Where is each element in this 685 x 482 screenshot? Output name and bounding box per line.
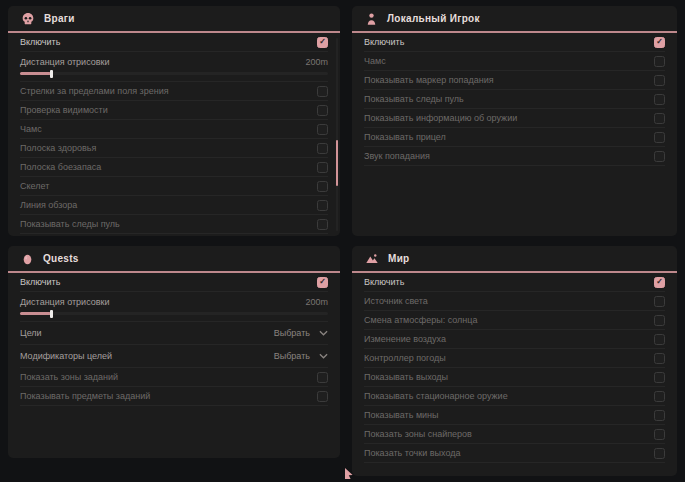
- checkbox[interactable]: ✓: [317, 277, 328, 288]
- scrollbar-track[interactable]: [336, 38, 338, 231]
- row-slider[interactable]: Дистанция отрисовки200m: [20, 292, 328, 322]
- checkbox[interactable]: [317, 372, 328, 383]
- row-label: Показывать предметы заданий: [20, 391, 150, 401]
- row-checkbox[interactable]: Включить✓: [20, 273, 328, 292]
- checkbox[interactable]: [654, 75, 665, 86]
- row-checkbox[interactable]: Чамс: [20, 120, 328, 139]
- panel-header[interactable]: Локальный Игрок: [352, 6, 677, 33]
- checkbox[interactable]: [654, 372, 665, 383]
- row-dropdown[interactable]: Модификаторы целейВыбрать: [20, 345, 328, 368]
- row-label: Показывать следы пуль: [20, 219, 120, 229]
- row-label: Линия обзора: [20, 200, 77, 210]
- row-label: Показывать стационарное оружие: [364, 391, 508, 401]
- slider[interactable]: [20, 72, 328, 75]
- dropdown[interactable]: Выбрать: [274, 328, 328, 338]
- row-label: Стрелки за пределами поля зрения: [20, 86, 169, 96]
- row-checkbox[interactable]: Показывать прицел: [364, 128, 665, 147]
- row-checkbox[interactable]: Полоска здоровья: [20, 139, 328, 158]
- row-checkbox[interactable]: Смена атмосферы: солнца: [364, 311, 665, 330]
- row-label: Показать зоны снайперов: [364, 429, 472, 439]
- row-checkbox[interactable]: Показывать предметы заданий: [20, 387, 328, 406]
- row-checkbox[interactable]: Показывать следы пуль: [364, 90, 665, 109]
- row-checkbox[interactable]: Линия обзора: [20, 196, 328, 215]
- checkbox[interactable]: [654, 315, 665, 326]
- row-checkbox[interactable]: Контроллер погоды: [364, 349, 665, 368]
- panel-enemies: Враги Включить✓Дистанция отрисовки200mСт…: [8, 6, 340, 236]
- row-checkbox[interactable]: Показывать информацию об оружии: [364, 109, 665, 128]
- panel-header[interactable]: Quests: [8, 246, 340, 273]
- slider-handle[interactable]: [50, 70, 53, 78]
- checkbox[interactable]: [317, 162, 328, 173]
- row-checkbox[interactable]: Показывать мины: [364, 406, 665, 425]
- panel-header[interactable]: Враги: [8, 6, 340, 33]
- row-label: Смена атмосферы: солнца: [364, 315, 477, 325]
- row-checkbox[interactable]: Показывать следы пуль: [20, 215, 328, 234]
- row-label: Чамс: [20, 124, 42, 134]
- row-checkbox[interactable]: Включить✓: [364, 33, 665, 52]
- checkbox[interactable]: [654, 113, 665, 124]
- row-slider[interactable]: Дистанция отрисовки200m: [20, 52, 328, 82]
- row-checkbox[interactable]: Стрелки за пределами поля зрения: [20, 82, 328, 101]
- checkbox[interactable]: [317, 86, 328, 97]
- checkbox[interactable]: [317, 200, 328, 211]
- slider-value: 200m: [305, 57, 328, 67]
- row-label: Источник света: [364, 296, 428, 306]
- row-checkbox[interactable]: Показать точки выхода: [364, 444, 665, 463]
- panel-title: Quests: [43, 253, 79, 264]
- checkbox[interactable]: [654, 391, 665, 402]
- checkbox[interactable]: [317, 105, 328, 116]
- checkbox[interactable]: [654, 132, 665, 143]
- checkbox[interactable]: [654, 56, 665, 67]
- checkbox[interactable]: [317, 143, 328, 154]
- panel-body: Включить✓Источник светаСмена атмосферы: …: [352, 273, 677, 463]
- row-checkbox[interactable]: Показывать маркер попадания: [364, 71, 665, 90]
- scrollbar-thumb[interactable]: [336, 140, 338, 186]
- chevron-down-icon: [319, 353, 328, 359]
- checkbox[interactable]: [317, 219, 328, 230]
- checkbox[interactable]: [654, 151, 665, 162]
- panel-title: Враги: [44, 13, 75, 24]
- checkbox[interactable]: ✓: [654, 37, 665, 48]
- row-checkbox[interactable]: Показать зоны заданий: [20, 368, 328, 387]
- checkbox[interactable]: [317, 391, 328, 402]
- slider[interactable]: [20, 312, 328, 315]
- row-checkbox[interactable]: Включить✓: [364, 273, 665, 292]
- panel-header[interactable]: Мир: [352, 246, 677, 273]
- row-label: Контроллер погоды: [364, 353, 446, 363]
- checkbox[interactable]: [654, 296, 665, 307]
- checkbox[interactable]: ✓: [654, 277, 665, 288]
- row-dropdown[interactable]: ЦелиВыбрать: [20, 322, 328, 345]
- row-checkbox[interactable]: Показывать выходы: [364, 368, 665, 387]
- slider-handle[interactable]: [50, 310, 53, 318]
- row-checkbox[interactable]: Показать зоны снайперов: [364, 425, 665, 444]
- row-checkbox[interactable]: Чамс: [364, 52, 665, 71]
- row-checkbox[interactable]: Проверка видимости: [20, 101, 328, 120]
- row-checkbox[interactable]: Изменение воздуха: [364, 330, 665, 349]
- row-label: Включить: [364, 277, 404, 287]
- checkbox[interactable]: [654, 334, 665, 345]
- mountain-icon: [365, 252, 379, 265]
- checkbox[interactable]: [317, 181, 328, 192]
- row-label: Полоска здоровья: [20, 143, 96, 153]
- row-label: Включить: [20, 277, 60, 287]
- checkbox[interactable]: [654, 448, 665, 459]
- checkbox[interactable]: [654, 410, 665, 421]
- row-label: Показывать маркер попадания: [364, 75, 494, 85]
- row-checkbox[interactable]: Звук попадания: [364, 147, 665, 166]
- row-checkbox[interactable]: Показывать стационарное оружие: [364, 387, 665, 406]
- row-label: Показывать мины: [364, 410, 439, 420]
- checkbox[interactable]: [654, 429, 665, 440]
- checkbox[interactable]: [654, 94, 665, 105]
- row-label: Модификаторы целей: [20, 351, 112, 361]
- dropdown[interactable]: Выбрать: [274, 351, 328, 361]
- row-checkbox[interactable]: Источник света: [364, 292, 665, 311]
- checkbox[interactable]: ✓: [317, 37, 328, 48]
- chevron-down-icon: [319, 330, 328, 336]
- checkbox[interactable]: [654, 353, 665, 364]
- row-checkbox[interactable]: Включить✓: [20, 33, 328, 52]
- row-checkbox[interactable]: Полоска боезапаса: [20, 158, 328, 177]
- row-label: Цели: [20, 328, 42, 338]
- panel-local-player: Локальный Игрок Включить✓ЧамсПоказывать …: [352, 6, 677, 236]
- checkbox[interactable]: [317, 124, 328, 135]
- row-checkbox[interactable]: Скелет: [20, 177, 328, 196]
